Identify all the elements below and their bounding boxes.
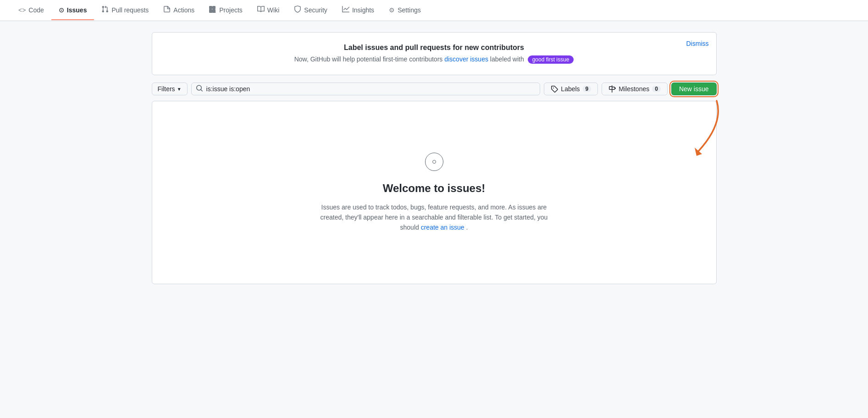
welcome-body-suffix: . (466, 224, 468, 231)
milestones-button[interactable]: Milestones 0 (602, 82, 668, 95)
nav-item-projects[interactable]: Projects (202, 0, 250, 21)
issue-icon-dot (432, 160, 436, 164)
filters-button[interactable]: Filters ▼ (152, 82, 188, 95)
banner-body-prefix: Now, GitHub will help potential first-ti… (294, 55, 445, 63)
nav-item-code[interactable]: <> Code (11, 1, 51, 20)
nav-label-projects: Projects (219, 6, 243, 14)
insights-icon (342, 6, 349, 14)
new-issue-button[interactable]: New issue (671, 82, 717, 95)
main-content: Dismiss Label issues and pull requests f… (141, 21, 728, 295)
nav-item-pull-requests[interactable]: Pull requests (94, 0, 156, 21)
pull-request-icon (101, 6, 109, 14)
issues-icon: ⊙ (59, 6, 64, 14)
nav-label-settings: Settings (398, 6, 421, 14)
banner-body-middle: labeled with (490, 55, 526, 63)
search-input[interactable] (191, 82, 541, 95)
actions-icon (163, 6, 171, 14)
search-icon (196, 85, 203, 94)
nav-label-code: Code (28, 6, 44, 14)
milestones-label: Milestones (619, 85, 649, 93)
issue-empty-icon (425, 153, 443, 171)
dismiss-button[interactable]: Dismiss (686, 40, 709, 47)
nav-item-issues[interactable]: ⊙ Issues (51, 1, 94, 20)
labels-label: Labels (561, 85, 580, 93)
nav-label-security: Security (304, 6, 327, 14)
banner-title: Label issues and pull requests for new c… (163, 44, 705, 52)
nav-item-insights[interactable]: Insights (335, 0, 381, 21)
nav-item-wiki[interactable]: Wiki (250, 0, 287, 21)
nav-item-security[interactable]: Security (287, 0, 335, 21)
code-icon: <> (18, 6, 26, 14)
labels-count: 9 (583, 86, 592, 92)
nav-item-actions[interactable]: Actions (156, 0, 202, 21)
nav-label-actions: Actions (173, 6, 194, 14)
projects-icon (209, 6, 216, 14)
welcome-title: Welcome to issues! (383, 182, 486, 195)
security-icon (294, 6, 301, 14)
filter-bar: Filters ▼ Labels 9 Milestones 0 New issu… (152, 82, 717, 95)
settings-icon: ⚙ (389, 6, 395, 14)
good-first-issue-badge: good first issue (528, 55, 574, 64)
issues-container: Welcome to issues! Issues are used to tr… (152, 101, 717, 284)
discover-issues-link[interactable]: discover issues (444, 55, 488, 63)
filters-label: Filters (158, 85, 175, 93)
create-issue-link[interactable]: create an issue (421, 224, 464, 231)
labels-button[interactable]: Labels 9 (544, 82, 598, 95)
nav-label-issues: Issues (67, 6, 87, 14)
filters-chevron-icon: ▼ (177, 87, 182, 92)
wiki-icon (257, 6, 265, 14)
milestones-count: 0 (652, 86, 661, 92)
nav-label-wiki: Wiki (267, 6, 279, 14)
repo-nav: <> Code ⊙ Issues Pull requests Actions P… (0, 0, 868, 21)
banner-body: Now, GitHub will help potential first-ti… (163, 55, 705, 64)
welcome-body: Issues are used to track todos, bugs, fe… (320, 202, 549, 233)
search-wrapper (191, 82, 541, 95)
new-issue-wrapper: New issue (671, 82, 717, 95)
nav-label-pull-requests: Pull requests (111, 6, 149, 14)
contributor-banner: Dismiss Label issues and pull requests f… (152, 32, 717, 75)
nav-label-insights: Insights (352, 6, 374, 14)
nav-item-settings[interactable]: ⚙ Settings (381, 1, 428, 20)
